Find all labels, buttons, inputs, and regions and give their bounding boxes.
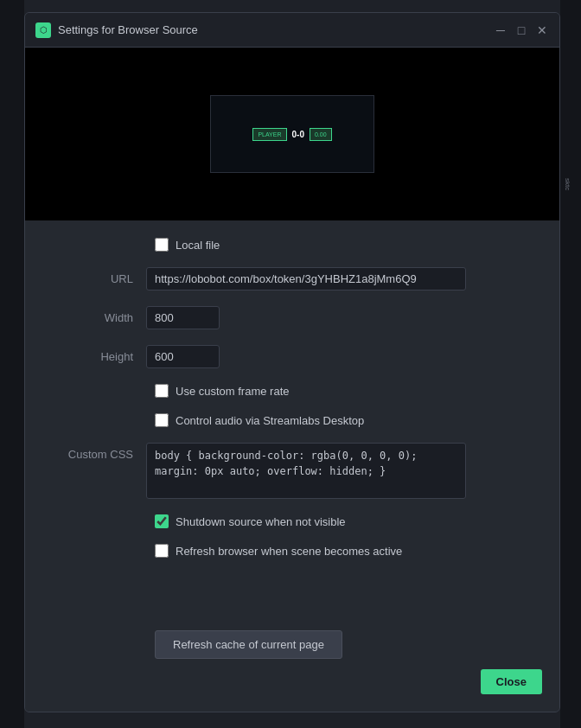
close-dialog-button[interactable]: Close	[481, 669, 542, 694]
maximize-button[interactable]: □	[514, 23, 528, 37]
control-audio-wrapper: Control audio via Streamlabs Desktop	[155, 413, 364, 427]
custom-frame-rate-row: Use custom frame rate	[155, 384, 533, 398]
dialog-title: Settings for Browser Source	[58, 23, 494, 36]
preview-content: PLAYER 0-0 0.00	[252, 128, 331, 141]
url-input[interactable]	[146, 267, 466, 291]
shutdown-source-checkbox[interactable]	[155, 514, 169, 528]
preview-inner: PLAYER 0-0 0.00	[210, 95, 374, 173]
width-label: Width	[51, 306, 146, 324]
refresh-section: Refresh cache of current page	[25, 623, 559, 669]
control-audio-label: Control audio via Streamlabs Desktop	[176, 414, 364, 427]
shutdown-source-label: Shutdown source when not visible	[176, 515, 346, 528]
local-file-label: Local file	[176, 239, 220, 252]
height-input[interactable]	[146, 345, 220, 368]
dialog-window: Settings for Browser Source ─ □ ✕ PLAYER…	[24, 12, 560, 712]
local-file-checkbox[interactable]	[155, 238, 169, 252]
minimize-button[interactable]: ─	[494, 23, 508, 37]
width-input[interactable]	[146, 306, 220, 329]
form-actions: Close	[25, 669, 559, 712]
custom-frame-rate-wrapper: Use custom frame rate	[155, 384, 290, 398]
refresh-cache-button[interactable]: Refresh cache of current page	[155, 630, 342, 659]
refresh-browser-label: Refresh browser when scene becomes activ…	[176, 545, 402, 558]
custom-frame-rate-checkbox[interactable]	[155, 384, 169, 398]
control-audio-checkbox[interactable]	[155, 413, 169, 427]
custom-frame-rate-label: Use custom frame rate	[176, 385, 290, 398]
left-panel	[0, 0, 24, 728]
preview-area: PLAYER 0-0 0.00	[25, 48, 559, 220]
right-edge-label: sktc	[560, 173, 575, 195]
preview-score-box: 0.00	[310, 128, 332, 141]
local-file-row: Local file	[155, 238, 533, 252]
custom-css-label: Custom CSS	[51, 443, 146, 461]
shutdown-source-wrapper: Shutdown source when not visible	[155, 514, 346, 528]
height-row: Height	[51, 345, 533, 368]
url-label: URL	[51, 267, 146, 285]
settings-form: Local file URL Width Height Use custom f…	[25, 220, 559, 623]
refresh-browser-checkbox[interactable]	[155, 544, 169, 558]
close-button[interactable]: ✕	[535, 23, 549, 37]
refresh-browser-row: Refresh browser when scene becomes activ…	[155, 544, 533, 558]
preview-team-logo: PLAYER	[252, 128, 286, 141]
custom-css-row: Custom CSS	[51, 443, 533, 499]
width-row: Width	[51, 306, 533, 329]
streamlabs-icon	[35, 22, 51, 38]
custom-css-textarea[interactable]	[146, 443, 466, 499]
refresh-browser-wrapper: Refresh browser when scene becomes activ…	[155, 544, 402, 558]
url-row: URL	[51, 267, 533, 291]
right-edge: sktc	[560, 0, 581, 728]
title-bar: Settings for Browser Source ─ □ ✕	[25, 13, 559, 48]
control-audio-row: Control audio via Streamlabs Desktop	[155, 413, 533, 427]
preview-score: 0-0	[292, 130, 304, 139]
shutdown-source-row: Shutdown source when not visible	[155, 514, 533, 528]
window-controls: ─ □ ✕	[494, 23, 549, 37]
height-label: Height	[51, 345, 146, 363]
local-file-wrapper: Local file	[155, 238, 220, 252]
